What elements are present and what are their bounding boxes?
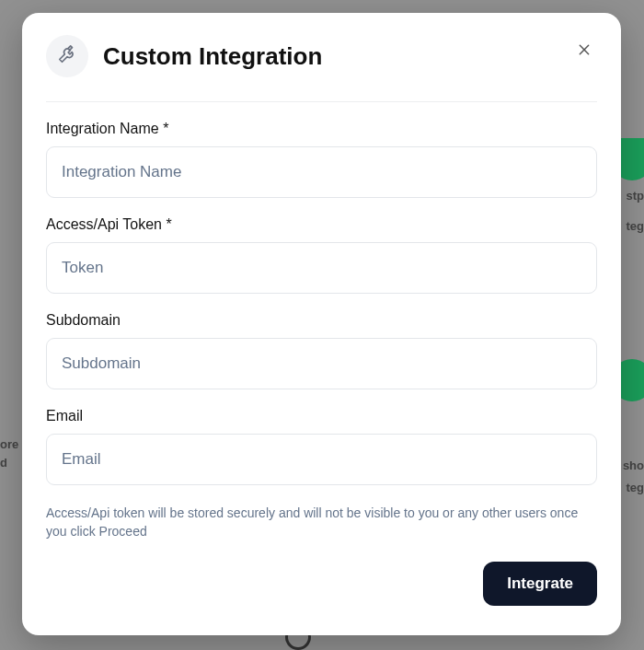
subdomain-label: Subdomain [46, 312, 597, 329]
token-input[interactable] [46, 242, 597, 294]
subdomain-input[interactable] [46, 338, 597, 389]
field-integration-name: Integration Name * [46, 121, 597, 198]
header-divider [46, 101, 597, 102]
bg-card-subtitle: d [0, 456, 7, 470]
token-label: Access/Api Token * [46, 216, 597, 233]
field-token: Access/Api Token * [46, 216, 597, 294]
tools-icon [57, 44, 77, 68]
bg-card-title: sho [623, 458, 644, 472]
integration-name-label: Integration Name * [46, 121, 597, 137]
custom-integration-modal: Custom Integration Integration Name * Ac… [22, 13, 621, 635]
bg-card-title: ore [0, 437, 18, 451]
bg-card-subtitle: teg [627, 219, 645, 233]
integration-name-input[interactable] [46, 146, 597, 198]
email-label: Email [46, 408, 597, 424]
close-button[interactable] [571, 39, 597, 64]
helper-text: Access/Api token will be stored securely… [46, 504, 597, 541]
close-icon [577, 42, 592, 62]
modal-footer: Integrate [46, 562, 597, 606]
modal-header: Custom Integration [46, 35, 597, 94]
modal-title: Custom Integration [103, 42, 322, 71]
integrate-button[interactable]: Integrate [483, 562, 597, 606]
modal-header-icon-wrap [46, 35, 88, 77]
bg-card-title: stp [627, 189, 645, 203]
field-subdomain: Subdomain [46, 312, 597, 389]
email-input[interactable] [46, 434, 597, 485]
field-email: Email [46, 408, 597, 485]
bg-card-subtitle: teg [627, 481, 645, 494]
